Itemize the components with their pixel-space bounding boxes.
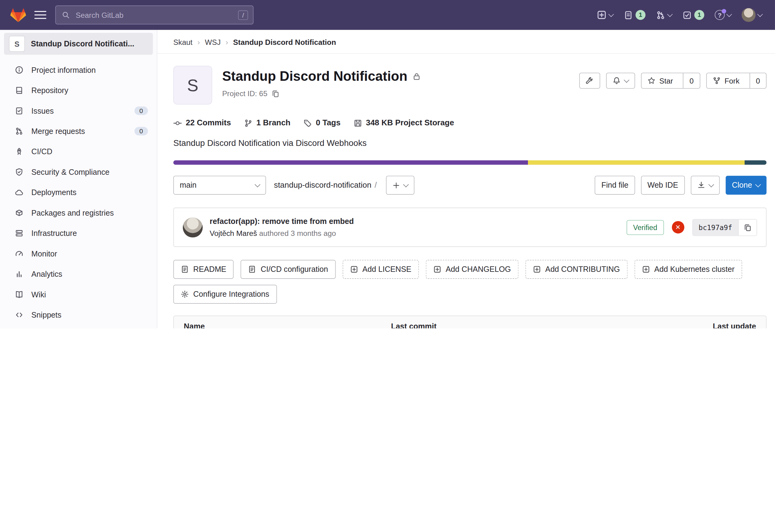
add-changelog-button[interactable]: Add CHANGELOG	[426, 260, 518, 279]
page-title: Standup Discord Notification	[222, 69, 408, 84]
sidebar-item-snippets[interactable]: Snippets	[0, 305, 157, 325]
search-input[interactable]	[75, 10, 233, 20]
project-header: S Standup Discord Notification Project I…	[173, 66, 766, 104]
breadcrumb-group[interactable]: Skaut	[173, 38, 192, 46]
chevron-down-icon	[403, 182, 409, 187]
download-button[interactable]	[691, 176, 719, 195]
chevron-down-icon	[726, 11, 732, 17]
commit-author-avatar[interactable]	[183, 217, 203, 237]
sidebar-item-analytics[interactable]: Analytics	[0, 264, 157, 284]
add-contributing-button[interactable]: Add CONTRIBUTING	[526, 260, 628, 279]
clone-button[interactable]: Clone	[726, 176, 767, 195]
web-ide-button[interactable]: Web IDE	[641, 176, 685, 195]
hamburger-menu-icon[interactable]	[34, 9, 46, 21]
clipboard-check-icon	[15, 107, 24, 115]
package-icon	[15, 209, 24, 217]
add-license-button[interactable]: Add LICENSE	[342, 260, 419, 279]
issues-count: 0	[134, 107, 148, 115]
verified-badge[interactable]: Verified	[627, 220, 664, 235]
storage-label: 348 KB Project Storage	[366, 119, 454, 127]
user-menu-button[interactable]	[739, 6, 765, 24]
project-stats: 22 Commits 1 Branch 0 Tags 348 KB Projec…	[173, 119, 766, 127]
branches-stat[interactable]: 1 Branch	[244, 119, 290, 127]
merge-request-icon	[15, 127, 24, 135]
todos-count-badge: 1	[694, 10, 704, 20]
sidebar-item-settings[interactable]: Settings	[0, 325, 157, 328]
fork-label: Fork	[725, 76, 740, 85]
merge-requests-count: 0	[134, 127, 148, 135]
copy-project-id-icon[interactable]	[271, 89, 279, 97]
issues-button[interactable]: 1	[621, 8, 649, 22]
configure-integrations-button[interactable]: Configure Integrations	[173, 285, 276, 304]
breadcrumb-separator: ›	[225, 38, 228, 46]
lock-icon	[413, 72, 421, 81]
file-tree-table: Name Last commit Last update deploy/char…	[173, 316, 766, 328]
sidebar-item-merge-requests[interactable]: Merge requests 0	[0, 121, 157, 141]
gitlab-project-page: / 1 1 ?	[0, 0, 775, 328]
topbar-controls: 1 1 ?	[594, 6, 765, 24]
sidebar-item-packages-registries[interactable]: Packages and registries	[0, 203, 157, 223]
sidebar-item-infrastructure[interactable]: Infrastructure	[0, 223, 157, 243]
pipeline-failed-icon[interactable]: ✕	[672, 221, 684, 234]
fork-count[interactable]: 0	[750, 73, 766, 88]
languages-bar[interactable]	[173, 160, 766, 165]
ci-cd-configuration-button[interactable]: CI/CD configuration	[241, 260, 335, 279]
column-header-last-update: Last update	[648, 316, 766, 328]
tags-stat[interactable]: 0 Tags	[303, 119, 340, 127]
sidebar-item-label: Infrastructure	[31, 229, 77, 238]
help-menu-button[interactable]: ?	[712, 8, 734, 22]
commit-message[interactable]: refactor(app): remove time from embed	[209, 217, 354, 226]
project-avatar-small: S	[9, 36, 25, 52]
star-count[interactable]: 0	[683, 73, 700, 88]
sidebar-item-security-compliance[interactable]: Security & Compliance	[0, 162, 157, 182]
branch-selector[interactable]: main	[173, 176, 266, 195]
gitlab-logo-icon[interactable]	[10, 7, 26, 23]
server-icon	[15, 229, 24, 238]
sidebar-item-repository[interactable]: Repository	[0, 80, 157, 100]
commits-stat[interactable]: 22 Commits	[173, 119, 231, 127]
sidebar-item-label: Merge requests	[31, 127, 85, 135]
plus-icon	[393, 182, 400, 189]
admin-wrench-button[interactable]	[579, 73, 600, 89]
commit-status-group: Verified ✕ bc197a9f	[627, 219, 757, 236]
readme-button[interactable]: README	[173, 260, 234, 279]
language-bar-segment	[745, 160, 766, 165]
breadcrumb-project[interactable]: Standup Discord Notification	[233, 38, 336, 46]
add-to-repo-button[interactable]	[385, 176, 414, 195]
commits-label: 22 Commits	[186, 119, 231, 127]
sidebar-item-deployments[interactable]: Deployments	[0, 182, 157, 202]
commit-author[interactable]: Vojtěch Mareš	[209, 229, 257, 238]
sidebar-item-project-information[interactable]: Project information	[0, 60, 157, 80]
chevron-down-icon	[708, 182, 714, 187]
global-search[interactable]: /	[55, 6, 253, 25]
current-branch: main	[180, 181, 196, 190]
sidebar-item-issues[interactable]: Issues 0	[0, 100, 157, 121]
sidebar-item-wiki[interactable]: Wiki	[0, 284, 157, 304]
notifications-button[interactable]	[606, 73, 635, 89]
todos-button[interactable]: 1	[679, 8, 707, 22]
sidebar-item-monitor[interactable]: Monitor	[0, 244, 157, 264]
repo-path-root[interactable]: standup-discord-notification	[274, 181, 371, 189]
breadcrumb: Skaut › WSJ › Standup Discord Notificati…	[157, 30, 775, 54]
project-description: Standup Discord Notification via Discord…	[173, 139, 766, 148]
sidebar-item-ci-cd[interactable]: CI/CD	[0, 141, 157, 162]
fork-button[interactable]: Fork 0	[706, 73, 767, 89]
cloud-icon	[15, 188, 24, 197]
copy-sha-button[interactable]	[738, 219, 757, 235]
new-menu-button[interactable]	[594, 8, 616, 22]
breadcrumb-subgroup[interactable]: WSJ	[205, 38, 221, 46]
star-button[interactable]: Star 0	[641, 73, 700, 89]
plus-square-icon	[433, 265, 441, 273]
breadcrumb-separator: ›	[197, 38, 200, 46]
sidebar-project-context[interactable]: S Standup Discord Notificati...	[4, 33, 153, 55]
find-file-button[interactable]: Find file	[595, 176, 635, 195]
add-kubernetes-cluster-button[interactable]: Add Kubernetes cluster	[634, 260, 742, 279]
file-icon	[181, 265, 189, 273]
chevron-down-icon	[609, 11, 614, 17]
project-actions: Star 0 Fork 0	[579, 66, 767, 89]
storage-stat[interactable]: 348 KB Project Storage	[353, 119, 454, 127]
sidebar-item-label: Analytics	[31, 270, 62, 279]
tag-icon	[303, 119, 312, 127]
plus-square-icon	[350, 265, 358, 273]
merge-requests-button[interactable]	[653, 8, 675, 22]
